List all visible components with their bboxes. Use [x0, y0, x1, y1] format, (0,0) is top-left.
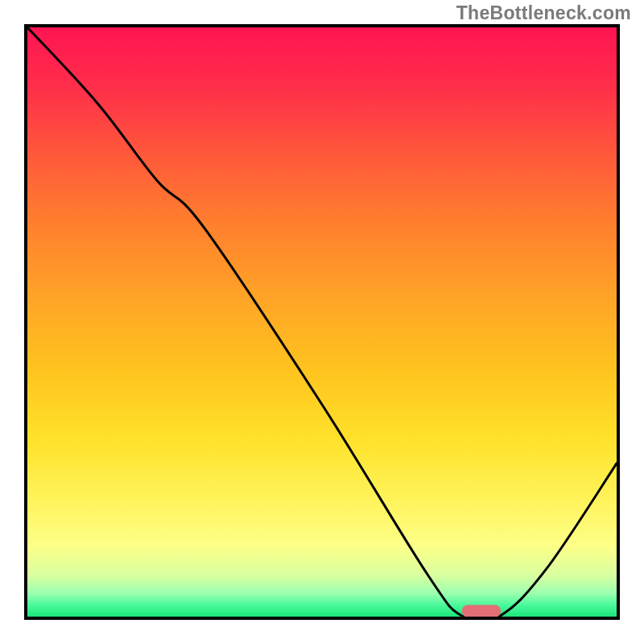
- bottleneck-curve-path: [27, 27, 617, 620]
- watermark-label: TheBottleneck.com: [456, 2, 631, 24]
- optimal-marker: [462, 605, 501, 617]
- curve-svg: [27, 27, 617, 617]
- chart-container: TheBottleneck.com: [0, 0, 644, 644]
- plot-frame: [24, 24, 620, 620]
